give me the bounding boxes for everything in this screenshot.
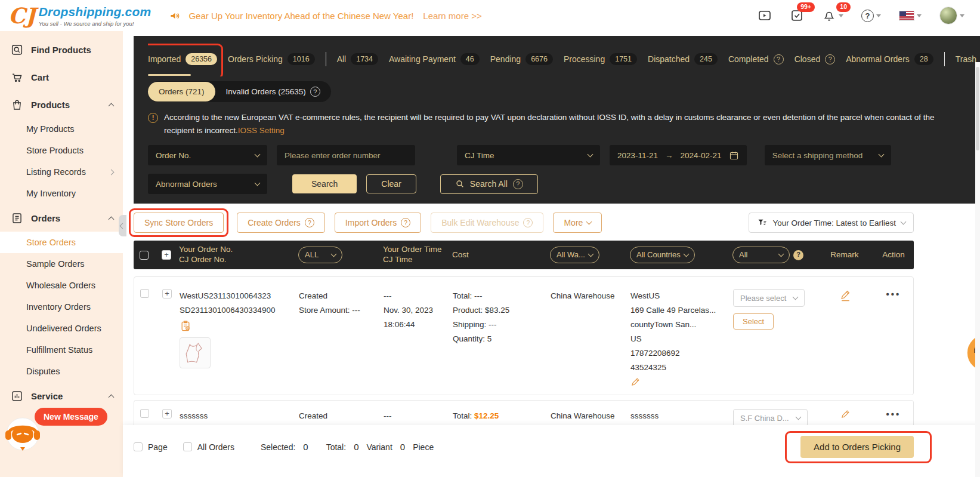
account-menu[interactable] (939, 7, 964, 24)
ioss-setting-link[interactable]: IOSS Setting (238, 126, 285, 135)
row-more-actions[interactable]: ••• (886, 289, 901, 299)
support-chat-widget[interactable]: New Message (4, 413, 42, 453)
order-status-tabs: Imported 26356 Orders Picking1016 All173… (148, 42, 980, 76)
order-note-icon[interactable] (180, 320, 191, 332)
search-button[interactable]: Search (292, 174, 357, 193)
filter-value: All Countries (636, 250, 681, 260)
tasks-button[interactable]: 99+ (790, 8, 804, 23)
product-thumbnail[interactable] (180, 337, 211, 368)
tab-label: Closed (794, 54, 821, 64)
order-status: Created (299, 409, 384, 423)
notifications-button[interactable]: 10 (822, 8, 843, 23)
tab-orders-picking[interactable]: Orders Picking1016 (228, 42, 315, 76)
warehouse-filter-select[interactable]: All Wa... (550, 247, 599, 263)
button-label: Import Orders (345, 218, 397, 227)
sidebar-item-store-products[interactable]: Store Products (0, 140, 123, 161)
help-icon: ? (523, 218, 533, 227)
help-menu-button[interactable]: ? (861, 10, 881, 22)
search-all-button[interactable]: Search All ? (440, 174, 538, 194)
tab-awaiting-payment[interactable]: Awaiting Payment46 (389, 42, 480, 76)
country-filter-select[interactable]: All Countries (630, 247, 695, 263)
sidebar-item-orders[interactable]: Orders (0, 204, 123, 232)
sidebar-item-service[interactable]: Service (0, 382, 123, 410)
tab-imported[interactable]: Imported 26356 (148, 42, 217, 76)
sidebar-item-undelivered-orders[interactable]: Undelivered Orders (0, 318, 123, 339)
expand-all-button[interactable]: + (162, 250, 171, 260)
tab-trash[interactable]: Trash (956, 42, 976, 76)
sidebar-item-store-orders[interactable]: Store Orders (0, 232, 123, 253)
create-orders-button[interactable]: Create Orders ? (237, 213, 325, 233)
tab-dispatched[interactable]: Dispatched245 (648, 42, 718, 76)
row-more-actions[interactable]: ••• (886, 409, 901, 419)
sidebar-item-disputes[interactable]: Disputes (0, 361, 123, 382)
expand-row-button[interactable]: + (162, 289, 172, 298)
edit-address-icon[interactable] (630, 377, 641, 387)
brand-logo[interactable]: CJ Dropshipping.com You sell - We source… (8, 5, 151, 27)
announcement-text: Gear Up Your Inventory Ahead of the Chin… (188, 11, 413, 21)
filter-row-2: Abnormal Orders Search Clear Search All … (148, 174, 980, 194)
row-shipping-select[interactable]: S.F China D... (733, 409, 808, 427)
sidebar: Find Products Cart Products My Products … (0, 31, 123, 477)
remark-edit-icon[interactable] (840, 289, 851, 301)
sidebar-item-products[interactable]: Products (0, 91, 123, 118)
sidebar-item-sample-orders[interactable]: Sample Orders (0, 253, 123, 275)
sidebar-item-cart[interactable]: Cart (0, 63, 123, 91)
status-filter-select[interactable]: ALL (298, 247, 342, 263)
scrollbar-thumb[interactable] (976, 67, 979, 150)
store-order-number: sssssss (180, 409, 299, 423)
announcement-learn-more-link[interactable]: Learn more >> (423, 11, 481, 21)
tab-pending[interactable]: Pending6676 (490, 42, 553, 76)
all-orders-checkbox[interactable] (183, 442, 192, 451)
date-range-picker[interactable]: 2023-11-21 → 2024-02-21 (610, 145, 747, 165)
sidebar-collapse-handle[interactable] (119, 215, 126, 236)
warehouse-name: China Warehouse (551, 289, 630, 303)
order-time-placeholder: --- (384, 289, 453, 303)
language-selector[interactable] (899, 11, 922, 21)
shipping-filter-select[interactable]: All (732, 247, 790, 263)
select-all-checkbox[interactable] (140, 251, 149, 260)
tab-abnormal-orders[interactable]: Abnormal Orders28 (846, 42, 933, 76)
sidebar-item-listing-records[interactable]: Listing Records (0, 161, 123, 183)
sidebar-item-my-products[interactable]: My Products (0, 118, 123, 140)
sidebar-item-inventory-orders[interactable]: Inventory Orders (0, 296, 123, 318)
expand-row-button[interactable]: + (162, 409, 172, 418)
subtab-invalid-orders[interactable]: Invalid Orders (25635) ? (215, 81, 331, 102)
row-shipping-select[interactable]: Please select (733, 289, 805, 307)
sync-store-orders-button[interactable]: Sync Store Orders (134, 213, 224, 233)
sidebar-item-find-products[interactable]: Find Products (0, 36, 123, 63)
select-placeholder: Select a shipping method (772, 151, 863, 160)
announcement-bar: Gear Up Your Inventory Ahead of the Chin… (169, 10, 481, 21)
select-shipping-button[interactable]: Select (733, 313, 774, 330)
sidebar-item-fulfillment-status[interactable]: Fulfillment Status (0, 339, 123, 361)
time-type-select[interactable]: CJ Time (457, 145, 600, 165)
chevron-down-icon (876, 14, 881, 17)
sort-value: Your Order Time: Latest to Earliest (772, 219, 896, 227)
abnormal-orders-select[interactable]: Abnormal Orders (148, 174, 267, 194)
clear-button[interactable]: Clear (366, 174, 416, 193)
warning-icon: ! (148, 113, 158, 123)
sort-order-select[interactable]: Your Order Time: Latest to Earliest (749, 213, 914, 233)
tutorial-video-button[interactable] (758, 8, 772, 23)
order-field-select[interactable]: Order No. (148, 145, 267, 165)
row-checkbox[interactable] (140, 289, 149, 298)
order-number-input[interactable] (277, 145, 415, 165)
tab-closed[interactable]: Closed? (794, 42, 836, 76)
sidebar-item-wholesale-orders[interactable]: Wholesale Orders (0, 275, 123, 296)
add-to-orders-picking-button[interactable]: Add to Orders Picking (800, 436, 914, 458)
tab-processing[interactable]: Processing1751 (564, 42, 637, 76)
import-orders-button[interactable]: Import Orders ? (335, 213, 421, 233)
subtab-orders[interactable]: Orders (721) (148, 82, 215, 101)
shipping-method-select[interactable]: Select a shipping method (765, 145, 891, 165)
tab-completed[interactable]: Completed? (728, 42, 784, 76)
chevron-right-icon (109, 169, 115, 175)
more-button[interactable]: More (553, 213, 602, 233)
total-label: Total: (326, 442, 346, 452)
page-checkbox[interactable] (134, 442, 143, 451)
sidebar-item-my-inventory[interactable]: My Inventory (0, 183, 123, 204)
remark-edit-icon[interactable] (840, 409, 851, 419)
service-icon (11, 390, 23, 402)
page-scrollbar[interactable] (975, 62, 980, 477)
tab-all[interactable]: All1734 (337, 42, 378, 76)
row-checkbox[interactable] (140, 409, 149, 418)
warehouse-name: China Warehouse (551, 409, 630, 423)
